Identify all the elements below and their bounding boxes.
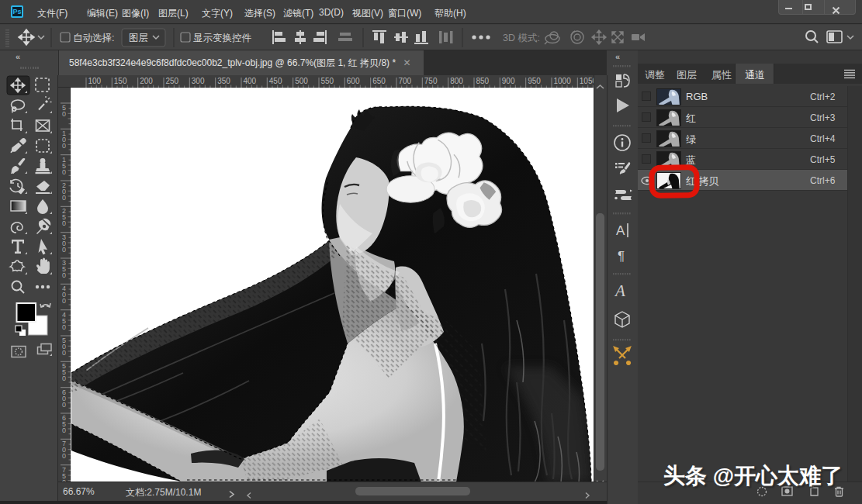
svg-text:0: 0: [62, 142, 66, 150]
svg-text:850: 850: [476, 77, 490, 85]
svg-text:图层: 图层: [129, 33, 148, 43]
svg-text:350: 350: [217, 77, 230, 85]
svg-text:200: 200: [140, 77, 153, 85]
svg-text:0: 0: [62, 426, 66, 434]
svg-text:500: 500: [295, 77, 308, 85]
svg-text:A: A: [614, 281, 625, 300]
svg-text:0: 0: [62, 452, 66, 460]
svg-text:750: 750: [424, 77, 438, 85]
svg-text:0: 0: [62, 168, 66, 176]
svg-text:300: 300: [192, 77, 205, 85]
svg-text:650: 650: [372, 77, 386, 85]
svg-text:0: 0: [62, 271, 66, 279]
svg-text:550: 550: [321, 77, 334, 85]
svg-text:250: 250: [166, 77, 179, 85]
svg-text:150: 150: [114, 77, 127, 85]
svg-text:400: 400: [244, 77, 257, 85]
svg-text:3D 模式:: 3D 模式:: [503, 33, 540, 43]
svg-text:1000: 1000: [554, 77, 572, 85]
svg-text:¶: ¶: [618, 249, 625, 264]
svg-text:0: 0: [62, 349, 66, 357]
svg-text:700: 700: [399, 77, 412, 85]
svg-text:900: 900: [502, 77, 515, 85]
svg-text:0: 0: [62, 246, 66, 254]
svg-text:显示变换控件: 显示变换控件: [193, 33, 252, 43]
svg-text:950: 950: [528, 77, 541, 85]
svg-text:A: A: [616, 223, 625, 238]
svg-text:0: 0: [62, 323, 66, 331]
svg-text:600: 600: [347, 77, 360, 85]
svg-text:1050: 1050: [580, 77, 594, 85]
svg-text:0: 0: [62, 375, 66, 382]
svg-text:0: 0: [62, 194, 66, 202]
svg-text:自动选择:: 自动选择:: [73, 33, 114, 43]
svg-text:450: 450: [269, 77, 282, 85]
svg-text:100: 100: [88, 77, 102, 85]
svg-text:0: 0: [62, 219, 66, 227]
svg-text:0: 0: [62, 401, 66, 409]
svg-text:0: 0: [62, 297, 66, 305]
svg-text:800: 800: [450, 77, 463, 85]
svg-text:0: 0: [62, 110, 66, 118]
